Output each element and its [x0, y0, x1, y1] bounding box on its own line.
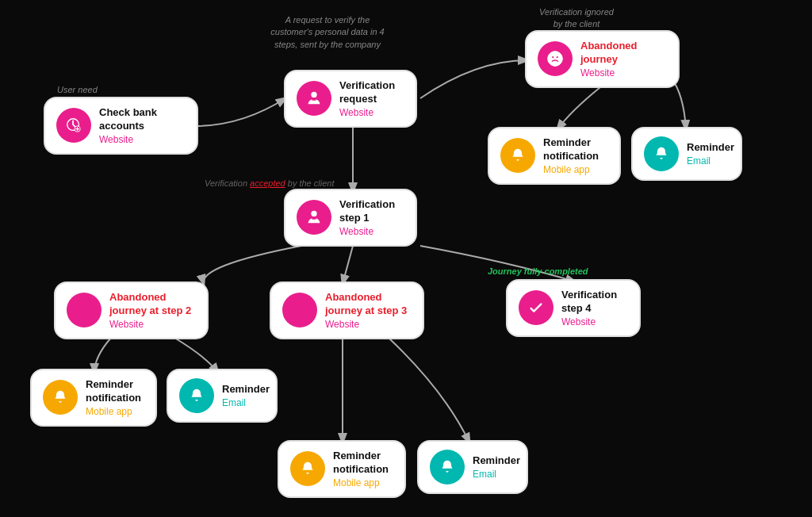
sad-icon-top	[538, 41, 573, 76]
check-bank-subtitle: Website	[99, 134, 186, 145]
svg-point-8	[311, 211, 316, 216]
vs1-subtitle: Website	[339, 226, 404, 237]
svg-point-6	[552, 56, 553, 58]
rb-subtitle: Email	[473, 469, 520, 480]
node-reminder-top: Reminder Email	[631, 127, 742, 181]
node-verification-step4: Verification step 4 Website	[506, 279, 641, 337]
vs1-text: Verification step 1 Website	[339, 198, 404, 237]
rnt-subtitle: Mobile app	[543, 164, 608, 175]
node-verification-step1: Verification step 1 Website	[284, 189, 417, 247]
rt-subtitle: Email	[687, 155, 734, 167]
as3-text: Abandoned journey at step 3 Website	[325, 291, 412, 330]
svg-rect-9	[312, 218, 316, 220]
as3-subtitle: Website	[325, 319, 412, 330]
node-abandoned-step2: Abandoned journey at step 2 Website	[54, 281, 209, 339]
node-verification-request: Verification request Website	[284, 70, 417, 128]
svg-rect-3	[312, 99, 316, 101]
bell-icon-notif-left	[43, 380, 78, 415]
rnl-subtitle: Mobile app	[86, 406, 144, 417]
as2-subtitle: Website	[109, 319, 196, 330]
vs4-title: Verification step 4	[561, 289, 628, 316]
person-icon-vr	[297, 81, 331, 116]
as2-text: Abandoned journey at step 2 Website	[109, 291, 196, 330]
node-reminder-bottom: Reminder Email	[417, 440, 528, 494]
node-reminder-notif-bottom: Reminder notification Mobile app	[278, 440, 406, 498]
node-reminder-left: Reminder Email	[167, 369, 278, 423]
svg-point-7	[557, 56, 558, 58]
node-reminder-notif-top: Reminder notification Mobile app	[488, 127, 621, 185]
vr-text: Verification request Website	[339, 79, 404, 118]
rt-text: Reminder Email	[687, 141, 734, 167]
rnb-subtitle: Mobile app	[333, 477, 393, 488]
abandoned-top-title: Abandoned journey	[580, 40, 667, 67]
label-user-need: User need	[57, 84, 98, 96]
check-bank-text: Check bank accounts Website	[99, 106, 186, 145]
vr-subtitle: Website	[339, 107, 404, 118]
rnt-title: Reminder notification	[543, 136, 608, 163]
label-verification-ignored: Verification ignoredby the client	[517, 6, 636, 31]
as3-title: Abandoned journey at step 3	[325, 291, 412, 318]
rnl-text: Reminder notification Mobile app	[86, 378, 144, 417]
bell-icon-notif-bottom	[290, 451, 325, 486]
bell-icon-notif-top	[500, 138, 535, 173]
vs4-subtitle: Website	[561, 316, 628, 327]
rb-title: Reminder	[473, 454, 520, 468]
svg-point-12	[297, 308, 298, 309]
as2-title: Abandoned journey at step 2	[109, 291, 196, 318]
sad-icon-step2	[67, 293, 102, 327]
sad-icon-step3	[282, 293, 317, 327]
bell-icon-bottom	[430, 450, 465, 484]
bell-icon-left	[179, 378, 214, 413]
rl-subtitle: Email	[222, 397, 270, 408]
vs1-title: Verification step 1	[339, 198, 404, 225]
rnt-text: Reminder notification Mobile app	[543, 136, 608, 175]
check-icon-vs4	[519, 290, 553, 325]
label-journey-completed: Journey fully completed	[488, 266, 588, 278]
svg-point-2	[311, 92, 316, 98]
rnl-title: Reminder notification	[86, 378, 144, 405]
rt-title: Reminder	[687, 141, 734, 155]
chart-icon	[56, 108, 91, 143]
node-abandoned-step3: Abandoned journey at step 3 Website	[270, 281, 424, 339]
rb-text: Reminder Email	[473, 454, 520, 480]
vs4-text: Verification step 4 Website	[561, 289, 628, 327]
node-reminder-notif-left: Reminder notification Mobile app	[30, 369, 157, 427]
rnb-text: Reminder notification Mobile app	[333, 450, 393, 488]
rnb-title: Reminder notification	[333, 450, 393, 477]
abandoned-top-text: Abandoned journey Website	[580, 40, 667, 79]
node-abandoned-top: Abandoned journey Website	[525, 30, 680, 88]
svg-point-13	[301, 308, 303, 309]
check-bank-title: Check bank accounts	[99, 106, 186, 133]
rl-title: Reminder	[222, 383, 270, 396]
journey-diagram: User need A request to verify thecustome…	[0, 0, 812, 517]
node-check-bank: Check bank accounts Website	[44, 97, 198, 155]
person-icon-vs1	[297, 200, 331, 235]
vr-title: Verification request	[339, 79, 404, 106]
bell-icon-top	[644, 136, 679, 171]
abandoned-top-subtitle: Website	[580, 67, 667, 79]
label-company-desc: A request to verify thecustomer's person…	[252, 14, 403, 51]
svg-point-11	[86, 308, 87, 309]
svg-point-10	[81, 308, 82, 309]
rl-text: Reminder Email	[222, 383, 270, 408]
